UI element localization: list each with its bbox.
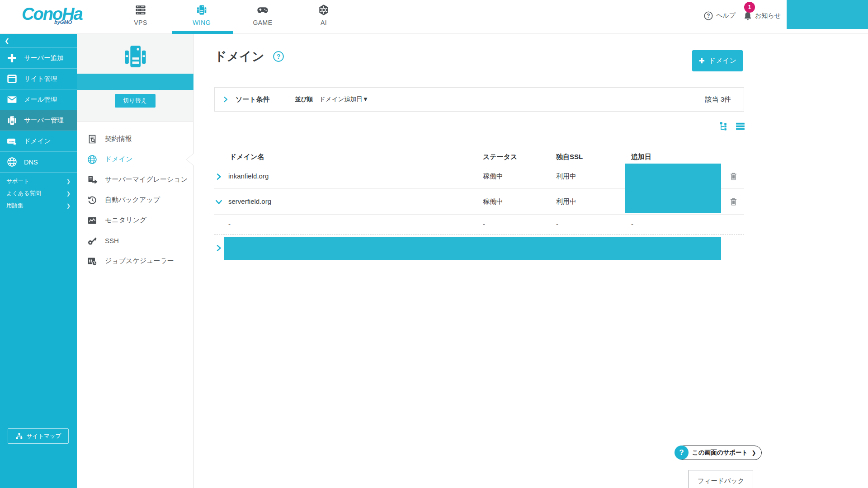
top-bar: ConoHa byGMO VPS WING GAME AI bbox=[0, 0, 868, 34]
switch-server-button[interactable]: 切り替え bbox=[115, 94, 156, 108]
sidebar-item-label: サイト管理 bbox=[24, 75, 57, 83]
svg-text:?: ? bbox=[276, 53, 280, 60]
sidebar-item-dns[interactable]: DNS bbox=[0, 151, 77, 172]
sidebar-item-site-management[interactable]: サイト管理 bbox=[0, 68, 77, 89]
server-panel-header: 切り替え bbox=[77, 34, 193, 122]
chevron-right-icon: ❯ bbox=[751, 450, 756, 456]
cell-domain: inkanfield.org bbox=[228, 172, 269, 180]
tree-view-icon[interactable] bbox=[719, 121, 730, 132]
chevron-right-icon: ❯ bbox=[66, 178, 71, 184]
domain-card-icon: .com bbox=[6, 136, 18, 147]
menu-item-auto-backup[interactable]: 自動バックアップ bbox=[77, 190, 193, 210]
nav-tab-ai[interactable]: AI bbox=[299, 4, 349, 26]
monitoring-icon bbox=[87, 215, 98, 226]
nav-tab-label: VPS bbox=[116, 19, 165, 26]
server-illustration-icon bbox=[121, 42, 150, 71]
chevron-right-icon[interactable] bbox=[215, 244, 223, 252]
menu-item-label: 契約情報 bbox=[105, 135, 132, 143]
view-toggle bbox=[719, 121, 746, 132]
cell-domain: serverfield.org bbox=[228, 197, 271, 205]
sidebar-link-glossary[interactable]: 用語集 ❯ bbox=[0, 200, 77, 212]
nav-tab-vps[interactable]: VPS bbox=[116, 4, 165, 26]
sidebar-link-label: 用語集 bbox=[6, 202, 24, 210]
conoha-logo[interactable]: ConoHa byGMO bbox=[22, 5, 82, 25]
sidebar-link-label: よくある質問 bbox=[6, 190, 41, 197]
globe-icon bbox=[87, 154, 98, 165]
notification-badge: 1 bbox=[744, 2, 755, 13]
scheduler-icon bbox=[87, 256, 98, 267]
sidebar-item-domain[interactable]: .com ドメイン bbox=[0, 131, 77, 151]
feedback-button[interactable]: フィードバック bbox=[689, 470, 753, 488]
sidebar-item-add-server[interactable]: サーバー追加 bbox=[0, 47, 77, 68]
migration-icon bbox=[87, 174, 98, 185]
screen-support-label: この画面のサポート bbox=[692, 449, 748, 457]
wing-icon bbox=[195, 4, 208, 16]
detail-added: - bbox=[631, 220, 633, 228]
site-icon bbox=[6, 73, 18, 84]
sidebar-link-label: サポート bbox=[6, 178, 29, 185]
menu-item-label: サーバーマイグレーション bbox=[105, 175, 188, 184]
list-view-icon[interactable] bbox=[735, 121, 746, 132]
menu-item-label: ドメイン bbox=[105, 155, 132, 164]
menu-item-domain[interactable]: ドメイン bbox=[77, 149, 193, 169]
server-icon bbox=[6, 115, 18, 126]
help-link[interactable]: ? ヘルプ bbox=[703, 11, 736, 21]
question-circle-icon: ? bbox=[675, 446, 689, 460]
sidebar-link-faq[interactable]: よくある質問 ❯ bbox=[0, 188, 77, 200]
nav-tab-label: GAME bbox=[238, 19, 288, 26]
added-date-redacted bbox=[625, 164, 721, 213]
trash-icon[interactable] bbox=[729, 197, 738, 206]
feedback-label: フィードバック bbox=[698, 477, 745, 485]
sidebar-item-label: メール管理 bbox=[24, 95, 57, 104]
sidebar-link-support[interactable]: サポート ❯ bbox=[0, 175, 77, 188]
menu-item-server-migration[interactable]: サーバーマイグレーション bbox=[77, 169, 193, 190]
sort-order-select[interactable]: ドメイン追加日▼ bbox=[319, 95, 368, 103]
title-help-icon[interactable]: ? bbox=[273, 51, 284, 62]
chevron-down-icon[interactable] bbox=[215, 198, 223, 206]
menu-item-label: 自動バックアップ bbox=[105, 196, 160, 204]
menu-item-label: ジョブスケジューラー bbox=[105, 257, 174, 265]
conoha-control-panel: ConoHa byGMO VPS WING GAME AI bbox=[0, 0, 868, 488]
sitemap-button[interactable]: サイトマップ bbox=[8, 428, 69, 444]
plus-icon bbox=[698, 57, 705, 64]
nav-tab-wing[interactable]: WING bbox=[177, 4, 226, 26]
key-icon bbox=[87, 235, 98, 246]
chevron-right-icon: ❯ bbox=[66, 191, 71, 197]
sidebar-item-server-management[interactable]: サーバー管理 bbox=[0, 110, 77, 131]
backup-history-icon bbox=[87, 195, 98, 206]
menu-item-ssh[interactable]: SSH bbox=[77, 230, 193, 251]
nav-tab-game[interactable]: GAME bbox=[238, 4, 288, 26]
main-content: ドメイン ? ドメイン ソート条件 並び順 ドメイン追加日▼ 該当 3件 bbox=[193, 34, 868, 488]
notice-label: お知らせ bbox=[755, 12, 781, 20]
sidebar-item-mail-management[interactable]: メール管理 bbox=[0, 89, 77, 110]
column-header-domain: ドメイン名 bbox=[230, 153, 264, 161]
help-icon: ? bbox=[703, 11, 713, 21]
sort-expand-chevron-icon[interactable] bbox=[222, 96, 229, 103]
add-domain-button[interactable]: ドメイン bbox=[692, 50, 743, 71]
detail-status: - bbox=[483, 220, 485, 228]
trash-icon[interactable] bbox=[729, 171, 738, 181]
contract-icon bbox=[87, 134, 98, 145]
chevron-right-icon: ❯ bbox=[66, 203, 71, 209]
column-header-ssl: 独自SSL bbox=[556, 153, 583, 161]
cell-ssl: 利用中 bbox=[556, 197, 576, 206]
screen-support-button[interactable]: ? この画面のサポート ❯ bbox=[675, 446, 762, 460]
sort-condition-label[interactable]: ソート条件 bbox=[236, 95, 270, 104]
logo-text: ConoHa bbox=[22, 5, 82, 23]
server-name-redacted bbox=[77, 74, 193, 90]
main-sidebar: ❮ サーバー追加 サイト管理 メール管理 サーバー管理 bbox=[0, 34, 77, 488]
menu-item-contract-info[interactable]: 契約情報 bbox=[77, 129, 193, 149]
sitemap-label: サイトマップ bbox=[27, 432, 61, 440]
menu-item-monitoring[interactable]: モニタリング bbox=[77, 210, 193, 230]
ai-icon bbox=[317, 4, 330, 16]
nav-tab-label: WING bbox=[177, 19, 226, 26]
menu-item-job-scheduler[interactable]: ジョブスケジューラー bbox=[77, 251, 193, 271]
column-header-status: ステータス bbox=[483, 153, 517, 161]
cell-status: 稼働中 bbox=[483, 172, 503, 181]
sidebar-collapse-button[interactable]: ❮ bbox=[0, 34, 77, 47]
plus-icon bbox=[6, 52, 18, 64]
table-header: ドメイン名 ステータス 独自SSL 追加日 bbox=[214, 149, 744, 165]
sidebar-item-label: サーバー追加 bbox=[24, 54, 64, 62]
table-row-redacted[interactable] bbox=[214, 235, 744, 261]
chevron-right-icon[interactable] bbox=[215, 173, 223, 181]
